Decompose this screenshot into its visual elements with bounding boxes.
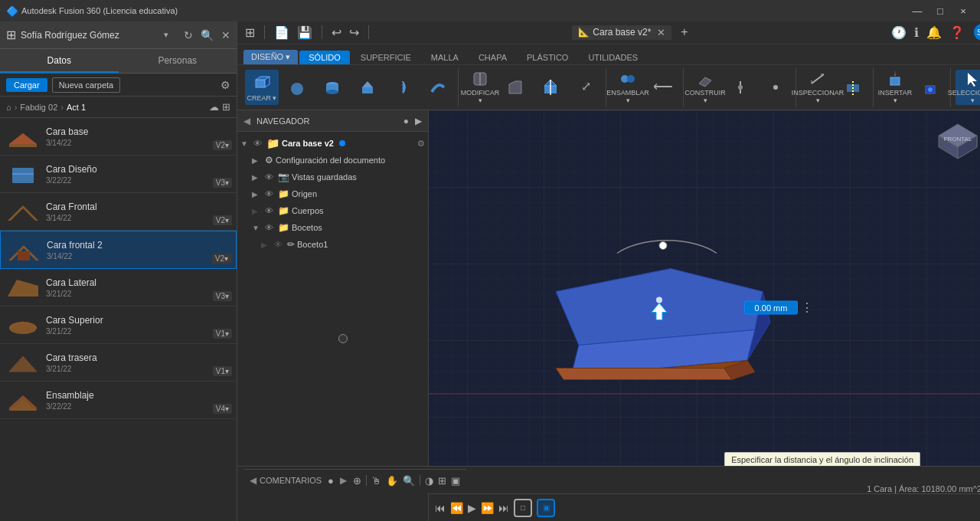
grid-view-icon[interactable]: ⊞ xyxy=(222,101,230,113)
tab-personas[interactable]: Personas xyxy=(119,49,237,73)
search-icon[interactable]: 🔍 xyxy=(201,29,214,41)
nav-settings-icon[interactable]: ⚙ xyxy=(417,139,425,149)
nav-collapse-icon[interactable]: ◀ xyxy=(243,116,250,126)
right-area: ⊞ 📄 💾 ↩ ↪ 📐 Cara base v2* ✕ + 🕐 ℹ 🔔 xyxy=(237,21,980,521)
maximize-button[interactable]: □ xyxy=(929,3,951,18)
close-button[interactable]: × xyxy=(952,3,974,18)
tab-utilidades[interactable]: UTILIDADES xyxy=(579,51,647,64)
section-tool-button[interactable] xyxy=(836,70,870,105)
assemble-tool-button[interactable]: ⟵ xyxy=(646,70,680,105)
user-chevron[interactable]: ▾ xyxy=(164,30,168,40)
nav-bodies-item[interactable]: ▶ 👁 📁 Cuerpos xyxy=(237,202,428,219)
undo-icon[interactable]: ↩ xyxy=(330,24,343,41)
chamfer-tool-button[interactable] xyxy=(498,70,532,105)
grid-mode-icon[interactable]: ⊞ xyxy=(438,475,446,487)
cargar-button[interactable]: Cargar xyxy=(6,78,47,92)
extrude-tool-button[interactable] xyxy=(351,70,384,105)
point-tool-button[interactable] xyxy=(759,70,792,105)
new-file-icon[interactable]: 📄 xyxy=(273,24,291,41)
dimension-options-icon[interactable]: ⋮ xyxy=(801,300,813,315)
info-icon[interactable]: ℹ xyxy=(913,24,920,41)
timeline-thumb-inactive[interactable]: □ xyxy=(514,499,532,517)
tab-superficie[interactable]: SUPERFICIE xyxy=(351,51,420,64)
list-item[interactable]: Cara Frontal 3/14/22 V2▾ xyxy=(0,193,237,231)
fillet-tool-button[interactable]: MODIFICAR ▾ xyxy=(463,70,497,105)
nav-views-item[interactable]: ▶ 👁 📷 Vistas guardadas xyxy=(237,169,428,185)
comments-expand-icon[interactable]: ▶ xyxy=(340,475,347,486)
timeline-next[interactable]: ⏩ xyxy=(481,502,494,514)
nav-origin-item[interactable]: ▶ 👁 📁 Origen xyxy=(237,185,428,202)
notification-icon[interactable]: 🔔 xyxy=(925,24,943,41)
plane-tool-button[interactable]: CONSTRUIR ▾ xyxy=(688,70,722,105)
zoom-icon[interactable]: 🔍 xyxy=(403,475,415,487)
timeline-thumb-active[interactable]: ▣ xyxy=(537,499,555,517)
list-item[interactable]: Cara trasera 3/21/22 V1▾ xyxy=(0,344,237,382)
timeline-prev[interactable]: ⏪ xyxy=(450,502,463,514)
view-mode-icon[interactable]: ▣ xyxy=(451,475,460,487)
move-tool-button[interactable]: ⤢ xyxy=(569,70,603,105)
box-tool-button[interactable]: CREAR ▾ xyxy=(245,70,279,105)
cube-navigator[interactable]: FRONTAL xyxy=(931,116,980,170)
list-item[interactable]: Cara Diseño 3/22/22 V3▾ xyxy=(0,156,237,193)
save-icon[interactable]: 💾 xyxy=(296,24,314,41)
recent-icon[interactable]: 🕐 xyxy=(890,24,908,41)
user-avatar[interactable]: SR xyxy=(974,24,980,41)
display-mode-icon[interactable]: ◑ xyxy=(425,475,433,487)
nav-pin-icon[interactable]: ● xyxy=(403,116,409,126)
minimize-button[interactable]: — xyxy=(906,3,928,18)
decal-tool-button[interactable] xyxy=(913,70,947,105)
orbit-icon[interactable]: 🖱 xyxy=(371,475,381,487)
tab-datos[interactable]: Datos xyxy=(0,49,119,73)
settings-icon[interactable]: ⚙ xyxy=(220,79,230,91)
help-icon[interactable]: ❓ xyxy=(948,24,966,41)
svg-marker-24 xyxy=(509,81,521,93)
svg-rect-6 xyxy=(18,251,30,260)
list-item[interactable]: Cara Superior 3/21/22 V1▾ xyxy=(0,306,237,344)
list-item[interactable]: Cara frontal 2 3/14/22 V2▾ xyxy=(0,231,237,269)
nueva-carpeta-button[interactable]: Nueva carpeta xyxy=(52,77,121,93)
comments-collapse-icon[interactable]: ◀ xyxy=(250,475,256,486)
file-name: Cara base xyxy=(46,126,230,137)
nav-sketch1-item[interactable]: ▶ 👁 ✏ Boceto1 xyxy=(237,236,428,253)
home-icon[interactable]: ⌂ xyxy=(6,103,11,112)
nav-sketches-item[interactable]: ▼ 👁 📁 Bocetos xyxy=(237,219,428,236)
design-dropdown[interactable]: DISEÑO ▾ xyxy=(243,50,298,64)
comments-dot-icon[interactable]: ● xyxy=(328,475,334,487)
revolve-tool-button[interactable] xyxy=(386,70,420,105)
tab-plastico[interactable]: PLÁSTICO xyxy=(518,51,577,64)
list-item[interactable]: Cara base 3/14/22 V2▾ xyxy=(0,118,237,156)
press-pull-button[interactable] xyxy=(534,70,567,105)
tab-chapa[interactable]: CHAPA xyxy=(469,51,516,64)
measure-tool-button[interactable]: INSPECCIONAR ▾ xyxy=(801,70,835,105)
pan-icon[interactable]: ✋ xyxy=(386,475,398,487)
breadcrumb-fabdig[interactable]: Fabdig 02 xyxy=(20,103,57,112)
tab-malla[interactable]: MALLA xyxy=(422,51,468,64)
redo-icon[interactable]: ↪ xyxy=(348,24,361,41)
timeline-prev-start[interactable]: ⏮ xyxy=(435,502,446,514)
sweep-tool-button[interactable] xyxy=(421,70,455,105)
tab-solido[interactable]: SÓLIDO xyxy=(299,51,350,64)
list-item[interactable]: Ensamblaje 3/22/22 V4▾ xyxy=(0,382,237,419)
app-menu-icon[interactable]: ⊞ xyxy=(243,24,256,41)
joint-tool-button[interactable]: ENSAMBLAR ▾ xyxy=(611,70,645,105)
axis-tool-button[interactable] xyxy=(724,70,757,105)
refresh-icon[interactable]: ↻ xyxy=(184,29,193,41)
main-layout: ⊞ Sofía Rodríguez Gómez ▾ ↻ 🔍 ✕ Datos Pe… xyxy=(0,21,980,521)
timeline-next-end[interactable]: ⏭ xyxy=(498,502,509,514)
cylinder-tool-button[interactable] xyxy=(315,70,349,105)
close-panel-icon[interactable]: ✕ xyxy=(221,29,230,41)
sphere-tool-button[interactable] xyxy=(280,70,314,105)
snap-icon[interactable]: ⊕ xyxy=(353,475,361,487)
nav-close-icon[interactable]: ▶ xyxy=(415,116,422,126)
new-tab-icon[interactable]: + xyxy=(679,24,689,41)
nav-root-item[interactable]: ▼ 👁 📁 Cara base v2 ⚙ xyxy=(237,135,428,152)
select-tool-button[interactable]: SELECCIONAR ▾ xyxy=(956,70,980,105)
timeline-play[interactable]: ▶ xyxy=(468,502,476,514)
insert-tool-button[interactable]: ↓ INSERTAR ▾ xyxy=(878,70,912,105)
viewer[interactable]: ◀ NAVEGADOR ● ▶ ▼ 👁 📁 Cara base v2 ⚙ xyxy=(237,110,980,521)
dimension-input[interactable] xyxy=(744,300,798,314)
nav-config-item[interactable]: ▶ ⚙ Configuración del documento xyxy=(237,152,428,169)
separator-vc xyxy=(366,475,367,486)
list-item[interactable]: Cara Lateral 3/21/22 V3▾ xyxy=(0,269,237,306)
doc-tab-close[interactable]: ✕ xyxy=(657,27,665,38)
